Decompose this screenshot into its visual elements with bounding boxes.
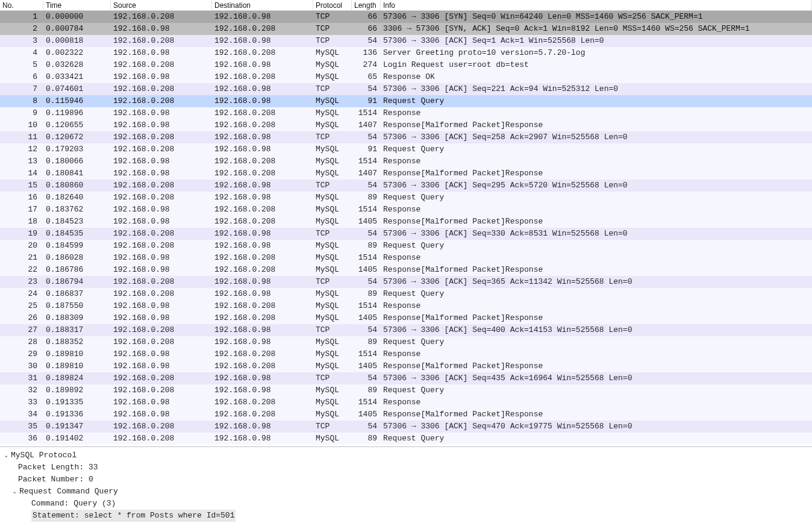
table-row[interactable]: 30.000818192.168.0.208192.168.0.98TCP545… [0, 35, 812, 47]
packet-list-pane[interactable]: No. Time Source Destination Protocol Len… [0, 0, 812, 447]
packet-detail-pane[interactable]: ⌄ MySQL Protocol Packet Length: 33 Packe… [0, 447, 812, 522]
packet-source: 192.168.0.98 [111, 312, 212, 324]
packet-no: 10 [0, 119, 43, 131]
table-row[interactable]: 140.180841192.168.0.98192.168.0.208MySQL… [0, 167, 812, 180]
header-source[interactable]: Source [111, 0, 212, 10]
table-row[interactable]: 60.033421192.168.0.98192.168.0.208MySQL6… [0, 71, 812, 83]
packet-protocol: MySQL [313, 59, 352, 71]
packet-no: 18 [0, 216, 43, 228]
table-row[interactable]: 240.186837192.168.0.208192.168.0.98MySQL… [0, 288, 812, 300]
table-row[interactable]: 130.180066192.168.0.98192.168.0.208MySQL… [0, 155, 812, 167]
packet-no: 16 [0, 192, 43, 204]
table-row[interactable]: 10.000000192.168.0.208192.168.0.98TCP665… [0, 11, 812, 23]
table-row[interactable]: 350.191347192.168.0.208192.168.0.98TCP54… [0, 421, 812, 433]
tree-leaf-packet-length[interactable]: Packet Length: 33 [2, 462, 812, 474]
table-row[interactable]: 310.189824192.168.0.208192.168.0.98TCP54… [0, 372, 812, 384]
table-row[interactable]: 190.184535192.168.0.208192.168.0.98TCP54… [0, 228, 812, 240]
collapse-icon[interactable]: ⌄ [2, 449, 10, 462]
table-row[interactable]: 280.188352192.168.0.208192.168.0.98MySQL… [0, 336, 812, 348]
packet-no: 9 [0, 107, 43, 119]
collapse-icon[interactable]: ⌄ [11, 486, 18, 498]
table-row[interactable]: 120.179203192.168.0.208192.168.0.98MySQL… [0, 143, 812, 155]
table-row[interactable]: 110.120672192.168.0.208192.168.0.98TCP54… [0, 131, 812, 143]
packet-source: 192.168.0.98 [111, 23, 212, 35]
table-row[interactable]: 160.182640192.168.0.208192.168.0.98MySQL… [0, 192, 812, 204]
table-row[interactable]: 230.186794192.168.0.208192.168.0.98TCP54… [0, 276, 812, 288]
table-row[interactable]: 330.191335192.168.0.98192.168.0.208MySQL… [0, 396, 812, 408]
packet-protocol: TCP [313, 180, 352, 192]
packet-no: 32 [0, 384, 43, 396]
packet-length: 136 [352, 47, 381, 59]
table-row[interactable]: 250.187550192.168.0.98192.168.0.208MySQL… [0, 300, 812, 312]
packet-source: 192.168.0.208 [111, 384, 212, 396]
tree-leaf-packet-number[interactable]: Packet Number: 0 [2, 474, 812, 486]
table-row[interactable]: 360.191402192.168.0.208192.168.0.98MySQL… [0, 433, 812, 445]
packet-info: 57306 → 3306 [ACK] Seq=295 Ack=5720 Win=… [381, 180, 812, 192]
table-row[interactable]: 270.188317192.168.0.208192.168.0.98TCP54… [0, 324, 812, 336]
table-row[interactable]: 80.115946192.168.0.208192.168.0.98MySQL9… [0, 95, 812, 107]
packet-info: Response [381, 396, 812, 408]
packet-source: 192.168.0.98 [111, 47, 212, 59]
packet-info: Login Request user=root db=test [381, 59, 812, 71]
packet-time: 0.188317 [43, 324, 111, 336]
packet-info: Request Query [381, 192, 812, 204]
packet-info: Response [381, 300, 812, 312]
tree-leaf-statement[interactable]: Statement: select * from Posts where Id=… [2, 510, 812, 522]
table-row[interactable]: 180.184523192.168.0.98192.168.0.208MySQL… [0, 216, 812, 228]
table-row[interactable]: 90.119896192.168.0.98192.168.0.208MySQL1… [0, 107, 812, 119]
packet-list-header[interactable]: No. Time Source Destination Protocol Len… [0, 0, 812, 11]
table-row[interactable]: 200.184599192.168.0.208192.168.0.98MySQL… [0, 240, 812, 252]
packet-protocol: MySQL [313, 71, 352, 83]
packet-source: 192.168.0.98 [111, 348, 212, 360]
packet-protocol: MySQL [313, 192, 352, 204]
table-row[interactable]: 150.180860192.168.0.208192.168.0.98TCP54… [0, 180, 812, 192]
table-row[interactable]: 320.189892192.168.0.208192.168.0.98MySQL… [0, 384, 812, 396]
header-destination[interactable]: Destination [212, 0, 313, 10]
table-row[interactable]: 170.183762192.168.0.98192.168.0.208MySQL… [0, 204, 812, 216]
table-row[interactable]: 290.189810192.168.0.98192.168.0.208MySQL… [0, 348, 812, 360]
table-row[interactable]: 70.074601192.168.0.208192.168.0.98TCP545… [0, 83, 812, 95]
packet-source: 192.168.0.98 [111, 300, 212, 312]
table-row[interactable]: 300.189810192.168.0.98192.168.0.208MySQL… [0, 360, 812, 372]
packet-info: 57306 → 3306 [ACK] Seq=330 Ack=8531 Win=… [381, 228, 812, 240]
packet-no: 1 [0, 11, 43, 23]
packet-no: 6 [0, 71, 43, 83]
header-info[interactable]: Info [381, 0, 812, 10]
packet-source: 192.168.0.208 [111, 228, 212, 240]
packet-protocol: TCP [313, 421, 352, 433]
table-row[interactable]: 340.191336192.168.0.98192.168.0.208MySQL… [0, 408, 812, 421]
table-row[interactable]: 50.032628192.168.0.208192.168.0.98MySQL2… [0, 59, 812, 71]
header-protocol[interactable]: Protocol [313, 0, 352, 10]
packet-source: 192.168.0.208 [111, 288, 212, 300]
packet-no: 5 [0, 59, 43, 71]
packet-length: 54 [352, 276, 381, 288]
packet-protocol: MySQL [313, 240, 352, 252]
table-row[interactable]: 100.120655192.168.0.98192.168.0.208MySQL… [0, 119, 812, 131]
packet-source: 192.168.0.98 [111, 360, 212, 372]
packet-protocol: MySQL [313, 252, 352, 264]
packet-source: 192.168.0.98 [111, 155, 212, 167]
packet-info: Request Query [381, 143, 812, 155]
packet-no: 27 [0, 324, 43, 336]
table-row[interactable]: 20.000784192.168.0.98192.168.0.208TCP663… [0, 23, 812, 35]
table-row[interactable]: 40.002322192.168.0.98192.168.0.208MySQL1… [0, 47, 812, 59]
packet-protocol: TCP [313, 11, 352, 23]
packet-source: 192.168.0.98 [111, 71, 212, 83]
tree-node-mysql-protocol[interactable]: ⌄ MySQL Protocol [2, 449, 812, 462]
packet-length: 54 [352, 180, 381, 192]
packet-time: 0.191347 [43, 421, 111, 433]
packet-destination: 192.168.0.208 [212, 167, 313, 180]
table-row[interactable]: 210.186028192.168.0.98192.168.0.208MySQL… [0, 252, 812, 264]
packet-time: 0.186786 [43, 264, 111, 276]
packet-info: Response[Malformed Packet]Response [381, 167, 812, 180]
header-no[interactable]: No. [0, 0, 43, 10]
header-length[interactable]: Length [352, 0, 381, 10]
tree-node-request-command[interactable]: ⌄ Request Command Query [2, 486, 812, 498]
packet-time: 0.000818 [43, 35, 111, 47]
tree-leaf-command[interactable]: Command: Query (3) [2, 498, 812, 510]
table-row[interactable]: 220.186786192.168.0.98192.168.0.208MySQL… [0, 264, 812, 276]
packet-info: Response [381, 204, 812, 216]
table-row[interactable]: 260.188309192.168.0.98192.168.0.208MySQL… [0, 312, 812, 324]
packet-protocol: MySQL [313, 204, 352, 216]
header-time[interactable]: Time [43, 0, 111, 10]
